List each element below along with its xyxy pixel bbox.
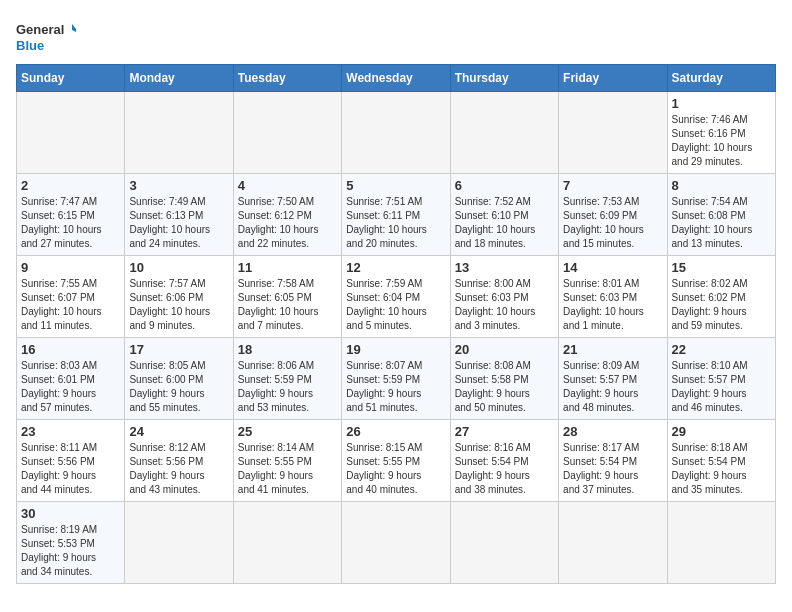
calendar-week-row: 30Sunrise: 8:19 AM Sunset: 5:53 PM Dayli… — [17, 502, 776, 584]
calendar-day-cell: 4Sunrise: 7:50 AM Sunset: 6:12 PM Daylig… — [233, 174, 341, 256]
calendar-day-cell — [342, 502, 450, 584]
logo-svg: General Blue — [16, 16, 76, 56]
day-info: Sunrise: 8:09 AM Sunset: 5:57 PM Dayligh… — [563, 359, 662, 415]
day-number: 24 — [129, 424, 228, 439]
day-number: 7 — [563, 178, 662, 193]
calendar-day-cell: 12Sunrise: 7:59 AM Sunset: 6:04 PM Dayli… — [342, 256, 450, 338]
calendar-day-cell: 15Sunrise: 8:02 AM Sunset: 6:02 PM Dayli… — [667, 256, 775, 338]
day-info: Sunrise: 8:12 AM Sunset: 5:56 PM Dayligh… — [129, 441, 228, 497]
weekday-header-tuesday: Tuesday — [233, 65, 341, 92]
calendar-day-cell: 13Sunrise: 8:00 AM Sunset: 6:03 PM Dayli… — [450, 256, 558, 338]
day-number: 28 — [563, 424, 662, 439]
calendar-day-cell: 11Sunrise: 7:58 AM Sunset: 6:05 PM Dayli… — [233, 256, 341, 338]
day-info: Sunrise: 8:16 AM Sunset: 5:54 PM Dayligh… — [455, 441, 554, 497]
calendar-day-cell — [125, 502, 233, 584]
calendar-day-cell — [233, 92, 341, 174]
weekday-header-monday: Monday — [125, 65, 233, 92]
day-info: Sunrise: 8:02 AM Sunset: 6:02 PM Dayligh… — [672, 277, 771, 333]
day-number: 4 — [238, 178, 337, 193]
calendar-day-cell — [667, 502, 775, 584]
calendar-day-cell: 25Sunrise: 8:14 AM Sunset: 5:55 PM Dayli… — [233, 420, 341, 502]
weekday-header-thursday: Thursday — [450, 65, 558, 92]
day-info: Sunrise: 7:59 AM Sunset: 6:04 PM Dayligh… — [346, 277, 445, 333]
day-info: Sunrise: 8:15 AM Sunset: 5:55 PM Dayligh… — [346, 441, 445, 497]
day-number: 27 — [455, 424, 554, 439]
day-number: 20 — [455, 342, 554, 357]
weekday-header-wednesday: Wednesday — [342, 65, 450, 92]
day-number: 5 — [346, 178, 445, 193]
day-info: Sunrise: 8:17 AM Sunset: 5:54 PM Dayligh… — [563, 441, 662, 497]
day-number: 16 — [21, 342, 120, 357]
calendar-day-cell: 23Sunrise: 8:11 AM Sunset: 5:56 PM Dayli… — [17, 420, 125, 502]
day-number: 23 — [21, 424, 120, 439]
day-number: 29 — [672, 424, 771, 439]
calendar-day-cell — [17, 92, 125, 174]
day-info: Sunrise: 7:52 AM Sunset: 6:10 PM Dayligh… — [455, 195, 554, 251]
day-number: 9 — [21, 260, 120, 275]
calendar-day-cell: 19Sunrise: 8:07 AM Sunset: 5:59 PM Dayli… — [342, 338, 450, 420]
day-info: Sunrise: 8:14 AM Sunset: 5:55 PM Dayligh… — [238, 441, 337, 497]
day-number: 6 — [455, 178, 554, 193]
calendar-day-cell: 24Sunrise: 8:12 AM Sunset: 5:56 PM Dayli… — [125, 420, 233, 502]
calendar-day-cell: 5Sunrise: 7:51 AM Sunset: 6:11 PM Daylig… — [342, 174, 450, 256]
calendar-day-cell: 2Sunrise: 7:47 AM Sunset: 6:15 PM Daylig… — [17, 174, 125, 256]
svg-text:General: General — [16, 22, 64, 37]
weekday-header-friday: Friday — [559, 65, 667, 92]
calendar-day-cell: 28Sunrise: 8:17 AM Sunset: 5:54 PM Dayli… — [559, 420, 667, 502]
page-header: General Blue — [16, 16, 776, 56]
day-info: Sunrise: 7:49 AM Sunset: 6:13 PM Dayligh… — [129, 195, 228, 251]
day-number: 18 — [238, 342, 337, 357]
calendar-day-cell: 17Sunrise: 8:05 AM Sunset: 6:00 PM Dayli… — [125, 338, 233, 420]
svg-marker-2 — [72, 24, 76, 34]
calendar-day-cell: 20Sunrise: 8:08 AM Sunset: 5:58 PM Dayli… — [450, 338, 558, 420]
calendar-day-cell — [342, 92, 450, 174]
calendar-day-cell — [559, 92, 667, 174]
weekday-header-sunday: Sunday — [17, 65, 125, 92]
day-info: Sunrise: 8:00 AM Sunset: 6:03 PM Dayligh… — [455, 277, 554, 333]
day-info: Sunrise: 7:55 AM Sunset: 6:07 PM Dayligh… — [21, 277, 120, 333]
calendar-week-row: 1Sunrise: 7:46 AM Sunset: 6:16 PM Daylig… — [17, 92, 776, 174]
day-number: 14 — [563, 260, 662, 275]
calendar-day-cell: 14Sunrise: 8:01 AM Sunset: 6:03 PM Dayli… — [559, 256, 667, 338]
day-number: 15 — [672, 260, 771, 275]
calendar-day-cell: 30Sunrise: 8:19 AM Sunset: 5:53 PM Dayli… — [17, 502, 125, 584]
day-info: Sunrise: 7:47 AM Sunset: 6:15 PM Dayligh… — [21, 195, 120, 251]
calendar-day-cell — [125, 92, 233, 174]
weekday-header-saturday: Saturday — [667, 65, 775, 92]
day-number: 2 — [21, 178, 120, 193]
day-info: Sunrise: 8:06 AM Sunset: 5:59 PM Dayligh… — [238, 359, 337, 415]
day-number: 3 — [129, 178, 228, 193]
day-number: 8 — [672, 178, 771, 193]
day-number: 19 — [346, 342, 445, 357]
calendar-day-cell: 10Sunrise: 7:57 AM Sunset: 6:06 PM Dayli… — [125, 256, 233, 338]
calendar-day-cell: 18Sunrise: 8:06 AM Sunset: 5:59 PM Dayli… — [233, 338, 341, 420]
calendar-week-row: 23Sunrise: 8:11 AM Sunset: 5:56 PM Dayli… — [17, 420, 776, 502]
day-info: Sunrise: 8:05 AM Sunset: 6:00 PM Dayligh… — [129, 359, 228, 415]
calendar-day-cell — [559, 502, 667, 584]
day-info: Sunrise: 7:58 AM Sunset: 6:05 PM Dayligh… — [238, 277, 337, 333]
calendar-day-cell — [450, 502, 558, 584]
day-info: Sunrise: 7:54 AM Sunset: 6:08 PM Dayligh… — [672, 195, 771, 251]
day-info: Sunrise: 8:01 AM Sunset: 6:03 PM Dayligh… — [563, 277, 662, 333]
day-number: 17 — [129, 342, 228, 357]
calendar-day-cell: 7Sunrise: 7:53 AM Sunset: 6:09 PM Daylig… — [559, 174, 667, 256]
calendar-day-cell: 8Sunrise: 7:54 AM Sunset: 6:08 PM Daylig… — [667, 174, 775, 256]
day-number: 10 — [129, 260, 228, 275]
day-info: Sunrise: 8:18 AM Sunset: 5:54 PM Dayligh… — [672, 441, 771, 497]
day-info: Sunrise: 8:03 AM Sunset: 6:01 PM Dayligh… — [21, 359, 120, 415]
calendar-week-row: 2Sunrise: 7:47 AM Sunset: 6:15 PM Daylig… — [17, 174, 776, 256]
day-info: Sunrise: 7:53 AM Sunset: 6:09 PM Dayligh… — [563, 195, 662, 251]
day-info: Sunrise: 8:19 AM Sunset: 5:53 PM Dayligh… — [21, 523, 120, 579]
calendar-day-cell — [450, 92, 558, 174]
calendar-day-cell: 22Sunrise: 8:10 AM Sunset: 5:57 PM Dayli… — [667, 338, 775, 420]
day-info: Sunrise: 8:08 AM Sunset: 5:58 PM Dayligh… — [455, 359, 554, 415]
day-number: 22 — [672, 342, 771, 357]
calendar-day-cell: 26Sunrise: 8:15 AM Sunset: 5:55 PM Dayli… — [342, 420, 450, 502]
day-info: Sunrise: 8:10 AM Sunset: 5:57 PM Dayligh… — [672, 359, 771, 415]
day-number: 30 — [21, 506, 120, 521]
calendar-day-cell: 29Sunrise: 8:18 AM Sunset: 5:54 PM Dayli… — [667, 420, 775, 502]
calendar-day-cell — [233, 502, 341, 584]
day-number: 11 — [238, 260, 337, 275]
calendar-week-row: 16Sunrise: 8:03 AM Sunset: 6:01 PM Dayli… — [17, 338, 776, 420]
day-info: Sunrise: 7:57 AM Sunset: 6:06 PM Dayligh… — [129, 277, 228, 333]
